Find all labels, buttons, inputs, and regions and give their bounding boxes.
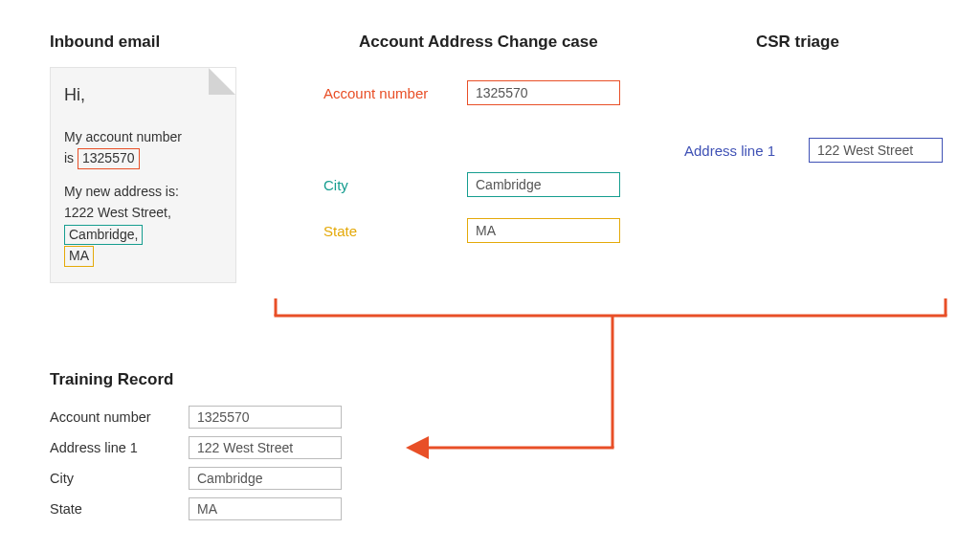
- training-city-input[interactable]: Cambridge: [189, 467, 342, 490]
- csr-row-address1: Address line 1 122 West Street: [684, 138, 943, 163]
- email-line-address-intro: My new address is:: [64, 181, 222, 202]
- training-address1-input[interactable]: 122 West Street: [189, 436, 342, 459]
- training-state-label: State: [50, 501, 189, 517]
- email-card: Hi, My account number is 1325570 My new …: [50, 67, 236, 283]
- email-is-prefix: is: [64, 150, 78, 165]
- email-city-highlight: Cambridge,: [64, 225, 143, 246]
- training-account-label: Account number: [50, 409, 189, 425]
- training-row-state: State MA: [50, 497, 342, 520]
- case-account-label: Account number: [323, 85, 467, 101]
- paper-fold-icon: [209, 68, 235, 95]
- case-row-state: State MA: [323, 218, 620, 243]
- case-city-input[interactable]: Cambridge: [467, 172, 620, 197]
- training-row-address1: Address line 1 122 West Street: [50, 436, 342, 459]
- heading-inbound-email: Inbound email: [50, 33, 160, 52]
- heading-csr-triage: CSR triage: [756, 33, 839, 52]
- training-account-input[interactable]: 1325570: [189, 406, 342, 429]
- csr-address1-input[interactable]: 122 West Street: [809, 138, 943, 163]
- training-row-account: Account number 1325570: [50, 406, 342, 429]
- email-street: 1222 West Street,: [64, 202, 222, 223]
- training-address1-label: Address line 1: [50, 440, 189, 455]
- training-state-input[interactable]: MA: [189, 497, 342, 520]
- case-row-city: City Cambridge: [323, 172, 620, 197]
- case-row-account: Account number 1325570: [323, 80, 620, 105]
- email-line-account-2: is 1325570: [64, 147, 222, 169]
- case-city-label: City: [323, 177, 467, 193]
- email-state-highlight: MA: [64, 246, 94, 267]
- heading-case: Account Address Change case: [359, 33, 598, 52]
- training-city-label: City: [50, 471, 189, 486]
- email-account-number-highlight: 1325570: [78, 148, 140, 169]
- csr-address1-label: Address line 1: [684, 143, 809, 159]
- case-state-input[interactable]: MA: [467, 218, 620, 243]
- heading-training-record: Training Record: [50, 370, 173, 389]
- training-row-city: City Cambridge: [50, 467, 342, 490]
- case-account-input[interactable]: 1325570: [467, 80, 620, 105]
- email-line-account-1: My account number: [64, 126, 222, 147]
- case-state-label: State: [323, 223, 467, 239]
